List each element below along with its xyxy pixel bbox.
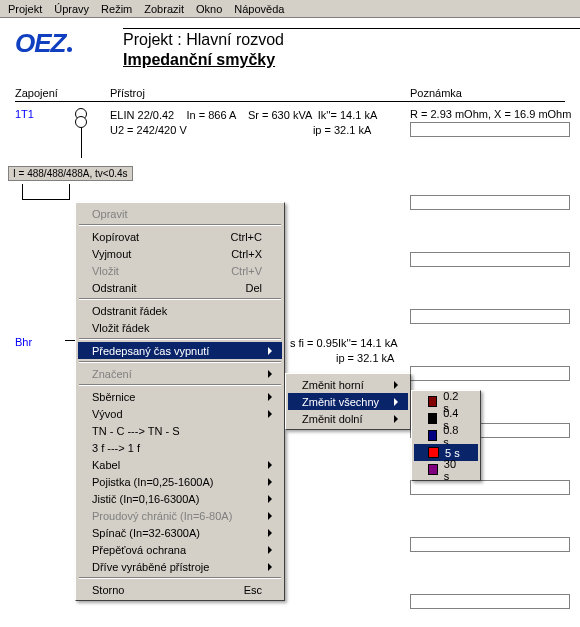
- col-pristroj: Přístroj: [110, 87, 410, 99]
- column-headers: Zapojení Přístroj Poznámka: [0, 87, 580, 99]
- swatch-icon: [428, 464, 438, 475]
- current-label: I = 488/488/488A, tv<0.4s: [8, 166, 133, 181]
- ctx-znaceni[interactable]: Značení: [78, 365, 282, 382]
- ctx-spinac[interactable]: Spínač (In=32-6300A): [78, 524, 282, 541]
- ctx-zmenit-dolni[interactable]: Změnit dolní: [288, 410, 408, 427]
- ctx-proudovy-chranic[interactable]: Proudový chránič (In=6-80A): [78, 507, 282, 524]
- col-zapojeni: Zapojení: [15, 87, 110, 99]
- project-title: Projekt : Hlavní rozvod: [123, 31, 580, 49]
- ctx-pojistka[interactable]: Pojistka (In=0,25-1600A): [78, 473, 282, 490]
- col-poznamka: Poznámka: [410, 87, 462, 99]
- ctx-kopirovat[interactable]: KopírovatCtrl+C: [78, 228, 282, 245]
- device2-specs: s fi = 0.95Ik''= 14.1 kA ip = 32.1 kA: [290, 336, 398, 366]
- remark-input[interactable]: [410, 366, 570, 381]
- page-title: Impedanční smyčky: [123, 51, 580, 69]
- swatch-icon: [428, 413, 437, 424]
- remark-input[interactable]: [410, 594, 570, 609]
- ctx-opravit[interactable]: Opravit: [78, 205, 282, 222]
- swatch-icon: [428, 430, 437, 441]
- ctx-predepsany-cas[interactable]: Předepsaný čas vypnutí: [78, 342, 282, 359]
- menubar: Projekt Úpravy Režim Zobrazit Okno Nápov…: [0, 0, 580, 18]
- ctx-time-30s[interactable]: 30 s: [414, 461, 478, 478]
- ctx-kabel[interactable]: Kabel: [78, 456, 282, 473]
- remark-input[interactable]: [410, 480, 570, 495]
- swatch-icon: [428, 396, 437, 407]
- ctx-3f-1f[interactable]: 3 f ---> 1 f: [78, 439, 282, 456]
- bracket-icon: [22, 184, 70, 200]
- ctx-storno[interactable]: StornoEsc: [78, 581, 282, 598]
- menu-projekt[interactable]: Projekt: [2, 2, 48, 16]
- remark-input[interactable]: [410, 252, 570, 267]
- remark-input[interactable]: [410, 309, 570, 324]
- device1-id: 1T1: [15, 108, 34, 120]
- menu-rezim[interactable]: Režim: [95, 2, 138, 16]
- ctx-prepetova[interactable]: Přepěťová ochrana: [78, 541, 282, 558]
- ctx-vlozit[interactable]: VložitCtrl+V: [78, 262, 282, 279]
- device1-specs: ELIN 22/0.42 In = 866 A Sr = 630 kVA Ik'…: [110, 108, 410, 139]
- ctx-sbernice[interactable]: Sběrnice: [78, 388, 282, 405]
- ctx-tnc-tns[interactable]: TN - C ---> TN - S: [78, 422, 282, 439]
- logo-dot-icon: [67, 47, 72, 52]
- context-submenu-change: Změnit horní Změnit všechny Změnit dolní: [285, 373, 411, 430]
- logo-text: OEZ: [15, 28, 65, 58]
- menu-napoveda[interactable]: Nápověda: [228, 2, 290, 16]
- ctx-odstranit[interactable]: OdstranitDel: [78, 279, 282, 296]
- remark-input[interactable]: [410, 195, 570, 210]
- menu-upravy[interactable]: Úpravy: [48, 2, 95, 16]
- ctx-jistic[interactable]: Jistič (In=0,16-6300A): [78, 490, 282, 507]
- ctx-vyjmout[interactable]: VyjmoutCtrl+X: [78, 245, 282, 262]
- ctx-drive-vyrabene[interactable]: Dříve vyráběné přístroje: [78, 558, 282, 575]
- menu-zobrazit[interactable]: Zobrazit: [138, 2, 190, 16]
- swatch-icon: [428, 447, 439, 458]
- device2-id: Bhr: [15, 336, 32, 348]
- menu-okno[interactable]: Okno: [190, 2, 228, 16]
- ctx-vyvod[interactable]: Vývod: [78, 405, 282, 422]
- ctx-vlozit-radek[interactable]: Vložit řádek: [78, 319, 282, 336]
- ctx-time-0-8s[interactable]: 0.8 s: [414, 427, 478, 444]
- ctx-odstranit-radek[interactable]: Odstranit řádek: [78, 302, 282, 319]
- context-submenu-time: 0.2 s 0.4 s 0.8 s 5 s 30 s: [411, 390, 481, 481]
- context-menu: Opravit KopírovatCtrl+C VyjmoutCtrl+X Vl…: [75, 202, 285, 601]
- remark-input[interactable]: [410, 537, 570, 552]
- device1-remark: R = 2.93 mOhm, X = 16.9 mOhm: [410, 108, 571, 120]
- remark-input[interactable]: [410, 122, 570, 137]
- ctx-zmenit-horni[interactable]: Změnit horní: [288, 376, 408, 393]
- ctx-zmenit-vsechny[interactable]: Změnit všechny: [288, 393, 408, 410]
- logo: OEZ: [15, 28, 115, 59]
- transformer-icon: [75, 108, 87, 158]
